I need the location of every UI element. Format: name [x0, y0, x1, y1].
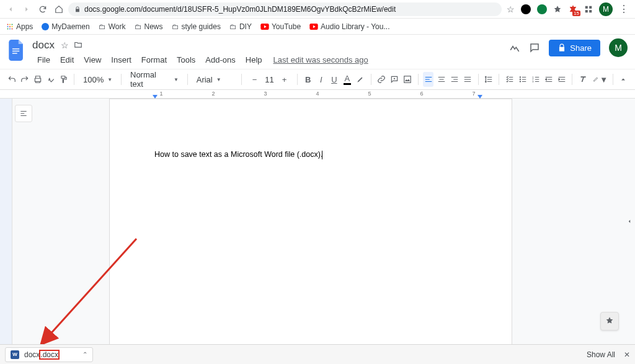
home-button[interactable] — [52, 2, 66, 16]
star-icon[interactable]: ☆ — [61, 40, 69, 50]
bookmark-folder[interactable]: 🗀Work — [99, 22, 126, 31]
folder-icon: 🗀 — [135, 22, 142, 31]
insert-image-button[interactable] — [402, 72, 412, 87]
insert-link-button[interactable] — [376, 72, 386, 87]
formatting-toolbar: 100%▼ Normal text▼ Arial▼ − 11 + B I U A… — [0, 69, 635, 90]
text-color-button[interactable]: A — [342, 72, 352, 87]
extension-icon[interactable] — [553, 5, 562, 14]
zoom-dropdown[interactable]: 100%▼ — [79, 72, 116, 87]
insert-comment-button[interactable] — [389, 72, 399, 87]
align-center-button[interactable] — [436, 72, 446, 87]
menu-edit[interactable]: Edit — [55, 53, 79, 66]
menu-file[interactable]: File — [32, 53, 55, 66]
bookmark-folder[interactable]: 🗀DIY — [229, 22, 252, 31]
bold-button[interactable]: B — [303, 72, 313, 87]
address-bar[interactable]: docs.google.com/document/d/18USFR-5_HupV… — [68, 2, 502, 16]
browser-toolbar: docs.google.com/document/d/18USFR-5_HupV… — [0, 0, 635, 19]
decrease-indent-button[interactable] — [543, 72, 554, 87]
chrome-menu-button[interactable]: ⋮ — [619, 8, 629, 11]
close-downloads-bar[interactable]: ✕ — [624, 350, 630, 359]
header-actions: Share M — [509, 38, 628, 57]
font-dropdown[interactable]: Arial▼ — [193, 72, 236, 87]
extension-badge-icon[interactable] — [568, 4, 578, 14]
editing-mode-button[interactable]: ▼ — [593, 72, 608, 87]
separator — [371, 74, 371, 85]
side-panel-toggle[interactable] — [624, 99, 635, 344]
increase-size-button[interactable]: + — [277, 72, 291, 87]
menu-addons[interactable]: Add-ons — [200, 53, 240, 66]
document-title[interactable]: docx — [32, 39, 55, 51]
bookmark-item[interactable]: YouTube — [260, 22, 301, 31]
horizontal-ruler[interactable]: 1 2 3 4 5 6 7 — [0, 90, 635, 99]
caret-down-icon: ▼ — [107, 77, 112, 82]
align-left-button[interactable] — [423, 72, 433, 87]
url-text: docs.google.com/document/d/18USFR-5_HupV… — [84, 5, 396, 14]
extension-icon[interactable] — [521, 4, 531, 14]
explore-button[interactable] — [600, 312, 619, 331]
line-spacing-button[interactable] — [483, 72, 494, 87]
bookmark-folder[interactable]: 🗀News — [135, 22, 163, 31]
extension-icon[interactable] — [537, 4, 547, 14]
svg-point-20 — [519, 79, 520, 80]
italic-button[interactable]: I — [316, 72, 326, 87]
site-icon — [42, 23, 49, 30]
lock-icon — [74, 6, 81, 12]
download-chip[interactable]: W docx.docx ⌃ — [5, 347, 93, 362]
print-button[interactable] — [32, 72, 43, 87]
extension-icon[interactable] — [584, 5, 593, 14]
document-outline-button[interactable] — [15, 105, 32, 122]
font-size-control[interactable]: − 11 + — [246, 71, 292, 87]
menu-format[interactable]: Format — [136, 53, 172, 66]
document-body-text[interactable]: How to save text as a Microsoft Word fil… — [154, 150, 322, 159]
title-menu-area: docx ☆ File Edit View Insert Format Tool… — [32, 38, 503, 66]
separator — [241, 74, 242, 85]
spellcheck-button[interactable] — [45, 72, 56, 87]
menu-tools[interactable]: Tools — [172, 53, 200, 66]
align-justify-button[interactable] — [462, 72, 473, 87]
numbered-list-button[interactable]: 123 — [530, 72, 541, 87]
forward-button[interactable] — [20, 2, 33, 16]
youtube-icon — [309, 24, 318, 30]
chevron-up-icon[interactable]: ⌃ — [82, 351, 87, 358]
decrease-size-button[interactable]: − — [247, 72, 262, 87]
redo-button[interactable] — [19, 72, 30, 87]
menu-help[interactable]: Help — [241, 53, 267, 66]
undo-button[interactable] — [6, 72, 17, 87]
comments-icon[interactable] — [529, 42, 540, 53]
underline-button[interactable]: U — [329, 72, 339, 87]
align-right-button[interactable] — [449, 72, 460, 87]
show-all-downloads[interactable]: Show All — [587, 350, 615, 359]
bookmark-item[interactable]: MyDaemen — [42, 22, 89, 31]
folder-icon: 🗀 — [229, 22, 237, 31]
document-canvas: 1 2 3 4 5 6 7 How to save text as a Micr… — [0, 90, 635, 344]
activity-icon[interactable] — [509, 42, 520, 53]
last-edit-link[interactable]: Last edit was seconds ago — [273, 55, 368, 64]
increase-indent-button[interactable] — [556, 72, 567, 87]
bookmark-star-icon[interactable]: ☆ — [507, 4, 515, 14]
highlight-button[interactable] — [355, 72, 365, 87]
bulleted-list-button[interactable] — [517, 72, 528, 87]
share-button[interactable]: Share — [549, 40, 600, 56]
menu-insert[interactable]: Insert — [106, 53, 136, 66]
move-icon[interactable] — [74, 40, 82, 50]
profile-avatar[interactable]: M — [599, 2, 613, 16]
checklist-button[interactable] — [504, 72, 515, 87]
collapse-toolbar-button[interactable] — [618, 72, 629, 87]
separator — [121, 74, 122, 85]
paragraph-style-dropdown[interactable]: Normal text▼ — [127, 72, 182, 87]
separator — [297, 74, 298, 85]
reload-button[interactable] — [36, 2, 50, 16]
menu-view[interactable]: View — [79, 53, 106, 66]
document-page[interactable]: How to save text as a Microsoft Word fil… — [109, 99, 512, 344]
bookmark-item[interactable]: Audio Library - You... — [309, 22, 389, 31]
account-avatar[interactable]: M — [609, 38, 628, 57]
apps-shortcut[interactable]: Apps — [6, 22, 33, 31]
bookmark-folder[interactable]: 🗀style guides — [172, 22, 221, 31]
vertical-ruler[interactable] — [0, 99, 12, 344]
clear-formatting-button[interactable] — [577, 72, 588, 87]
menu-bar: File Edit View Insert Format Tools Add-o… — [32, 53, 503, 66]
svg-rect-3 — [589, 10, 592, 12]
docs-logo[interactable] — [7, 38, 26, 62]
paint-format-button[interactable] — [58, 72, 69, 87]
back-button[interactable] — [4, 2, 17, 16]
